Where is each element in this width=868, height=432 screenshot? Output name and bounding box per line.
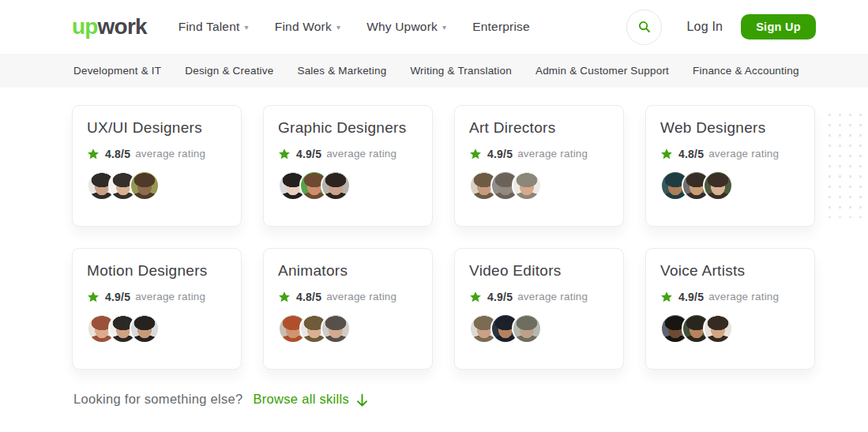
chevron-down-icon: ▾ xyxy=(245,22,249,32)
avatar-group xyxy=(469,171,609,201)
category-card[interactable]: Animators 4.8/5 average rating xyxy=(263,248,433,370)
category-card[interactable]: Graphic Designers 4.9/5 average rating xyxy=(263,105,433,227)
search-button[interactable] xyxy=(626,9,662,45)
login-link[interactable]: Log In xyxy=(686,20,723,34)
rating-value: 4.9/5 xyxy=(487,148,513,160)
avatar-group xyxy=(278,171,418,201)
rating-label: average rating xyxy=(135,148,205,160)
rating-label: average rating xyxy=(326,148,396,160)
chevron-down-icon: ▾ xyxy=(336,22,340,32)
rating-value: 4.8/5 xyxy=(105,148,130,160)
rating-value: 4.8/5 xyxy=(678,148,704,160)
avatar xyxy=(512,314,542,344)
search-icon xyxy=(637,19,652,35)
star-icon xyxy=(660,291,673,303)
avatar-group xyxy=(87,314,227,344)
nav-item-label: Find Talent xyxy=(178,20,240,34)
top-header: upwork Find Talent ▾ Find Work ▾ Why Upw… xyxy=(0,0,868,54)
category-title: Animators xyxy=(278,261,418,281)
nav-item[interactable]: Find Work ▾ xyxy=(275,20,340,34)
category-title: Voice Artists xyxy=(660,261,800,281)
star-icon xyxy=(660,148,673,160)
rating-value: 4.9/5 xyxy=(296,148,321,160)
rating-label: average rating xyxy=(517,291,588,302)
avatar-group xyxy=(87,171,227,201)
browse-skills-row: Looking for something else? Browse all s… xyxy=(73,391,868,408)
nav-item-label: Why Upwork xyxy=(366,20,438,34)
logo-text-up: up xyxy=(72,14,98,39)
category-subnav: Development & IT Design & Creative Sales… xyxy=(0,54,868,88)
rating-row: 4.9/5 average rating xyxy=(469,291,609,303)
category-card[interactable]: Voice Artists 4.9/5 average rating xyxy=(645,248,815,370)
main-content: UX/UI Designers 4.8/5 average rating xyxy=(0,105,868,408)
rating-label: average rating xyxy=(135,291,205,302)
browse-all-skills-link[interactable]: Browse all skills xyxy=(253,391,369,408)
category-title: Motion Designers xyxy=(87,261,227,281)
rating-label: average rating xyxy=(517,148,588,160)
rating-row: 4.9/5 average rating xyxy=(469,148,609,160)
rating-row: 4.8/5 average rating xyxy=(278,291,418,303)
rating-row: 4.9/5 average rating xyxy=(660,291,800,303)
subnav-item[interactable]: Writing & Translation xyxy=(410,65,512,77)
star-icon xyxy=(278,148,291,160)
category-title: UX/UI Designers xyxy=(87,118,227,138)
star-icon xyxy=(87,291,100,303)
subnav-item[interactable]: Finance & Accounting xyxy=(693,65,799,77)
chevron-down-icon: ▾ xyxy=(442,22,446,32)
nav-item[interactable]: Find Talent ▾ xyxy=(178,20,249,34)
avatar-group xyxy=(660,314,800,344)
avatar xyxy=(321,314,351,344)
avatar xyxy=(130,171,160,201)
star-icon xyxy=(87,148,100,160)
avatar-group xyxy=(660,171,800,201)
rating-row: 4.8/5 average rating xyxy=(660,148,800,160)
category-card[interactable]: Video Editors 4.9/5 average rating xyxy=(454,248,624,370)
rating-value: 4.9/5 xyxy=(487,291,513,303)
nav-item-label: Enterprise xyxy=(472,20,530,34)
category-card[interactable]: UX/UI Designers 4.8/5 average rating xyxy=(72,105,242,227)
category-title: Web Designers xyxy=(660,118,800,138)
subnav-item[interactable]: Sales & Marketing xyxy=(297,65,386,77)
category-title: Video Editors xyxy=(469,261,609,281)
signup-button[interactable]: Sign Up xyxy=(741,14,816,39)
avatar xyxy=(703,171,733,201)
avatar-group xyxy=(469,314,609,344)
category-title: Graphic Designers xyxy=(278,118,418,138)
star-icon xyxy=(278,291,291,303)
subnav-item[interactable]: Development & IT xyxy=(73,65,161,77)
rating-row: 4.9/5 average rating xyxy=(278,148,418,160)
footer-prompt: Looking for something else? xyxy=(73,392,242,407)
rating-row: 4.9/5 average rating xyxy=(87,291,227,303)
category-card[interactable]: Web Designers 4.8/5 average rating xyxy=(645,105,815,227)
nav-item[interactable]: Enterprise ▾ xyxy=(472,20,530,34)
avatar xyxy=(703,314,733,344)
rating-value: 4.9/5 xyxy=(678,291,704,303)
category-grid: UX/UI Designers 4.8/5 average rating xyxy=(72,105,868,370)
subnav-item[interactable]: Admin & Customer Support xyxy=(535,65,669,77)
main-nav: Find Talent ▾ Find Work ▾ Why Upwork ▾ E… xyxy=(178,20,530,34)
star-icon xyxy=(469,291,482,303)
rating-label: average rating xyxy=(326,291,396,302)
category-title: Art Directors xyxy=(469,118,609,138)
rating-label: average rating xyxy=(708,291,779,302)
header-actions: Log In Sign Up xyxy=(626,9,816,45)
upwork-page: upwork Find Talent ▾ Find Work ▾ Why Upw… xyxy=(0,0,868,432)
rating-value: 4.9/5 xyxy=(105,291,130,303)
nav-item-label: Find Work xyxy=(275,20,332,34)
category-card[interactable]: Art Directors 4.9/5 average rating xyxy=(454,105,624,227)
avatar xyxy=(321,171,351,201)
rating-row: 4.8/5 average rating xyxy=(87,148,227,160)
avatar xyxy=(130,314,160,344)
rating-value: 4.8/5 xyxy=(296,291,321,303)
logo-text-work: work xyxy=(98,14,147,39)
upwork-logo[interactable]: upwork xyxy=(72,16,147,38)
rating-label: average rating xyxy=(708,148,779,160)
arrow-down-icon xyxy=(355,391,369,408)
browse-all-skills-label: Browse all skills xyxy=(253,392,349,407)
category-card[interactable]: Motion Designers 4.9/5 average rating xyxy=(72,248,242,370)
star-icon xyxy=(469,148,482,160)
avatar xyxy=(512,171,542,201)
avatar-group xyxy=(278,314,418,344)
nav-item[interactable]: Why Upwork ▾ xyxy=(366,20,446,34)
subnav-item[interactable]: Design & Creative xyxy=(185,65,273,77)
